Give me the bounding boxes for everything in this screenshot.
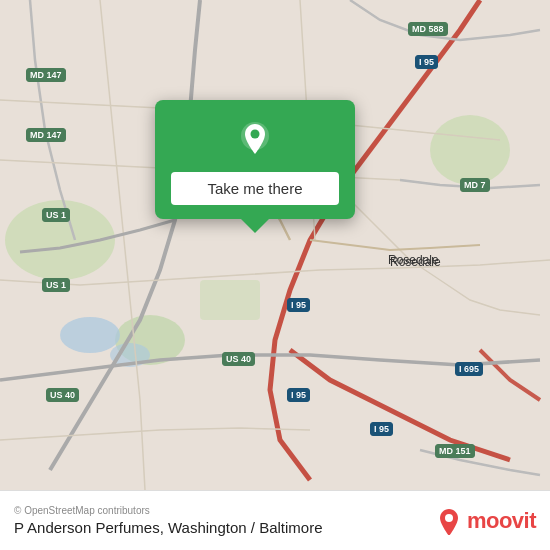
map-pin-icon — [233, 118, 277, 162]
moovit-logo-text: moovit — [467, 508, 536, 534]
take-me-there-button[interactable]: Take me there — [171, 172, 339, 205]
moovit-pin-icon — [435, 507, 463, 535]
bottom-info: © OpenStreetMap contributors P Anderson … — [14, 505, 323, 536]
moovit-logo: moovit — [435, 507, 536, 535]
bottom-bar: © OpenStreetMap contributors P Anderson … — [0, 490, 550, 550]
copyright-text: © OpenStreetMap contributors — [14, 505, 323, 516]
popup-card: Take me there — [155, 100, 355, 219]
svg-point-8 — [251, 130, 260, 139]
svg-point-2 — [430, 115, 510, 185]
svg-point-9 — [445, 514, 453, 522]
svg-rect-4 — [200, 280, 260, 320]
location-name: P Anderson Perfumes, Washington / Baltim… — [14, 519, 323, 536]
svg-point-5 — [60, 317, 120, 353]
place-label-rosedale: Rosedale — [390, 255, 441, 269]
map-container: I 95 I 95 I 95 I 95 I 695 US 1 US 1 US 1… — [0, 0, 550, 490]
